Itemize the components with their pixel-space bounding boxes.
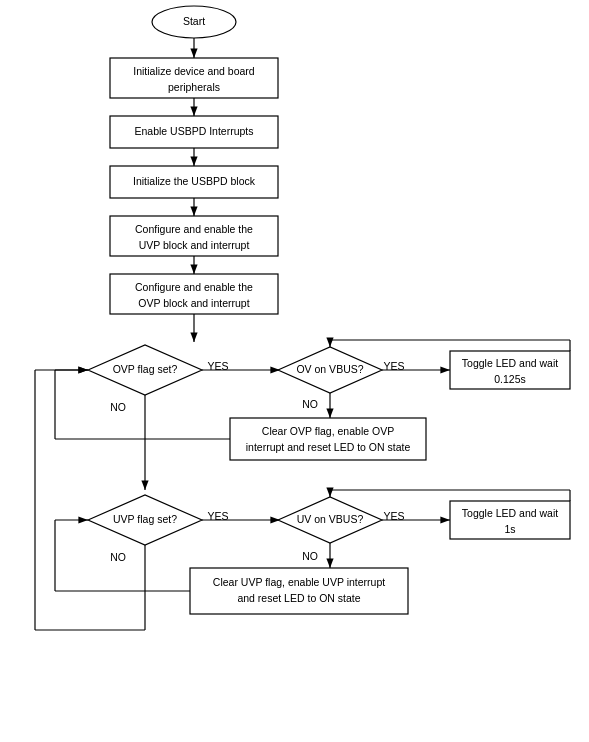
clear-ovp-label-1: Clear OVP flag, enable OVP [262, 425, 394, 437]
init-label-2: peripherals [168, 81, 220, 93]
clear-uvp-label-1: Clear UVP flag, enable UVP interrupt [213, 576, 385, 588]
usbpd-block-label: Initialize the USBPD block [133, 175, 256, 187]
uvp-config-label-1: Configure and enable the [135, 223, 253, 235]
clear-ovp-label-2: interrupt and reset LED to ON state [246, 441, 411, 453]
uvp-config-label-2: UVP block and interrupt [139, 239, 250, 251]
ov-vbus-label: OV on VBUS? [296, 363, 363, 375]
uv-vbus-label: UV on VBUS? [297, 513, 364, 525]
toggle-ovp-label-1: Toggle LED and wait [462, 357, 558, 369]
ovp-flag-no-label: NO [110, 401, 126, 413]
start-label: Start [183, 15, 205, 27]
clear-uvp-label-2: and reset LED to ON state [237, 592, 360, 604]
toggle-ovp-label-2: 0.125s [494, 373, 526, 385]
init-label-1: Initialize device and board [133, 65, 255, 77]
ov-vbus-no-label: NO [302, 398, 318, 410]
ovp-config-label-1: Configure and enable the [135, 281, 253, 293]
ovp-flag-label: OVP flag set? [113, 363, 178, 375]
uvp-flag-label: UVP flag set? [113, 513, 177, 525]
ovp-config-label-2: OVP block and interrupt [138, 297, 249, 309]
toggle-uvp-label-1: Toggle LED and wait [462, 507, 558, 519]
uvp-flag-no-label: NO [110, 551, 126, 563]
uv-vbus-no-label: NO [302, 550, 318, 562]
usbpd-int-label: Enable USBPD Interrupts [134, 125, 253, 137]
toggle-uvp-label-2: 1s [504, 523, 515, 535]
flowchart-diagram: Start Initialize device and board periph… [0, 0, 589, 742]
